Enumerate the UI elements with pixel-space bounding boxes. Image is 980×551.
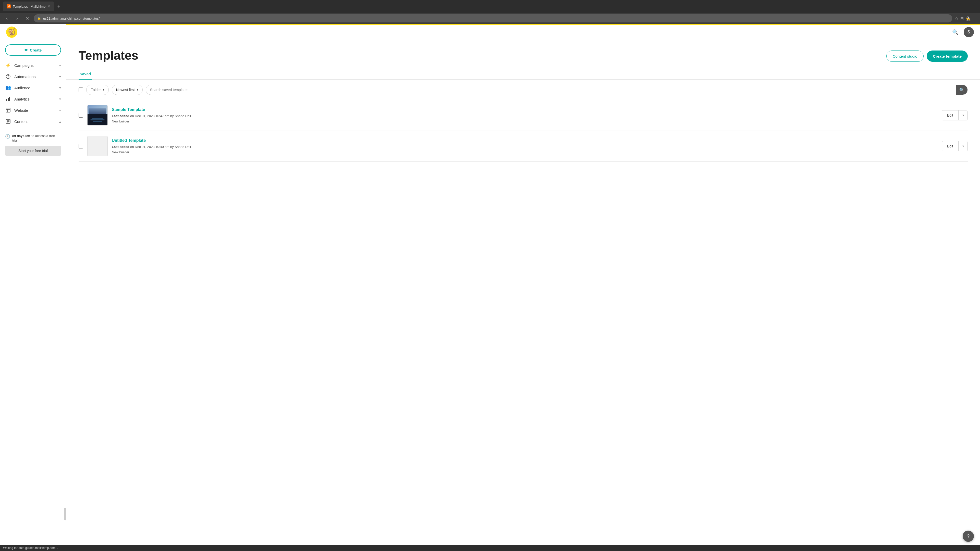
search-icon[interactable]: 🔍 [952,29,959,35]
user-avatar[interactable]: S [964,27,974,37]
sidebar-item-analytics[interactable]: Analytics ▾ [0,94,66,105]
browser-nav-actions: ☆ ⊞ 🕵 ⋮ [955,16,977,21]
folder-label: Folder [91,88,101,92]
url-text: us21.admin.mailchimp.com/templates/ [43,17,100,21]
template-meta-sample: Last edited on Dec 01, 2023 10:47 am by … [112,114,938,119]
search-button[interactable]: 🔍 [956,85,967,95]
sidebar-top: ✏ Create [0,40,66,58]
sidebar-item-label: Automations [14,75,56,79]
tab-saved[interactable]: Saved [79,68,92,79]
trial-days: 89 days left [12,134,30,138]
sidebar-item-label: Analytics [14,97,56,101]
create-template-button[interactable]: Create template [927,51,968,62]
sort-dropdown[interactable]: Newest first ▾ [112,85,143,95]
svg-rect-1 [6,99,7,101]
sidebar-item-audience[interactable]: 👥 Audience ▾ [0,82,66,94]
pencil-icon: ✏ [24,48,28,52]
logo-face-icon: 🐒 [8,28,16,36]
create-button[interactable]: ✏ Create [5,44,61,56]
mailchimp-logo[interactable]: 🐒 [6,27,18,38]
new-tab-button[interactable]: + [57,3,60,10]
sidebar-item-content[interactable]: Content ▴ [0,116,66,127]
extension-icon[interactable]: ⊞ [960,16,964,21]
nav-items: ⚡ Campaigns ▾ Automations ▾ [0,58,66,129]
last-edited-label: Last edited [112,145,129,149]
folder-dropdown[interactable]: Folder ▾ [86,85,109,95]
loading-bar [66,24,980,25]
template-name-untitled[interactable]: Untitled Template [112,138,938,143]
content-studio-button[interactable]: Content studio [886,51,924,62]
start-trial-button[interactable]: Start your free trial [5,146,61,156]
sidebar-wrapper: 🐒 ✏ Create ⚡ Campaigns ▾ [0,24,66,551]
search-input[interactable] [146,88,956,92]
forward-button[interactable]: › [13,14,21,22]
sidebar-item-label: Website [14,108,56,113]
main-topbar: 🔍 S [66,24,980,40]
back-button[interactable]: ‹ [3,14,11,22]
template-name-sample[interactable]: Sample Template [112,107,938,112]
tab-saved-label: Saved [80,72,91,76]
sidebar-bottom: 🕐 89 days left to access a free trial. S… [0,129,66,160]
trial-clock-icon: 🕐 [5,134,10,139]
filters-bar: Folder ▾ Newest first ▾ 🔍 [66,79,980,100]
status-text: Waiting for data.guides.mailchimp.com... [3,546,58,550]
edit-button-sample[interactable]: Edit [942,110,958,120]
browser-menu-icon[interactable]: ⋮ [973,16,977,21]
blank-thumbnail [88,136,107,156]
dropdown-chevron-icon: ▾ [963,144,964,148]
svg-rect-3 [9,97,10,101]
close-tab-icon[interactable]: ✕ [48,4,51,8]
sidebar-item-label: Content [14,119,56,124]
table-row: Untitled Template Last edited on Dec 01,… [79,131,968,162]
sidebar-scroll-handle[interactable] [64,508,66,520]
help-icon: ? [967,534,969,539]
app-container: M Templates | Mailchimp ✕ + ‹ › ✕ 🔒 us21… [0,0,980,551]
automations-icon [5,73,11,79]
campaigns-icon: ⚡ [5,62,11,68]
template-info-untitled: Untitled Template Last edited on Dec 01,… [112,138,938,154]
template-search-bar[interactable]: 🔍 [146,85,968,95]
sidebar-item-website[interactable]: Website ▾ [0,105,66,116]
edit-dropdown-untitled[interactable]: ▾ [958,141,967,151]
svg-rect-4 [6,108,10,112]
app-topbar: 🐒 [0,24,66,40]
template-builder-sample: New builder [112,119,938,123]
user-initial: S [967,30,970,35]
table-row: Sample Template Last edited on Dec 01, 2… [79,100,968,131]
template-thumbnail-sample [87,105,108,125]
create-template-label: Create template [933,54,962,59]
sidebar-item-campaigns[interactable]: ⚡ Campaigns ▾ [0,60,66,71]
sort-chevron-icon: ▾ [137,88,138,92]
main-content: 🔍 S Templates Content studio Create temp… [66,24,980,551]
tab-favicon: M [6,4,11,8]
template-info-sample: Sample Template Last edited on Dec 01, 2… [112,107,938,124]
analytics-icon [5,96,11,102]
help-button[interactable]: ? [963,530,974,542]
incognito-icon[interactable]: 🕵 [966,16,971,21]
start-trial-label: Start your free trial [18,149,48,153]
sidebar-item-automations[interactable]: Automations ▾ [0,71,66,82]
select-all-checkbox[interactable] [79,87,83,92]
template-meta-untitled: Last edited on Dec 01, 2023 10:40 am by … [112,144,938,149]
folder-chevron-icon: ▾ [103,88,104,92]
search-submit-icon: 🔍 [959,87,964,92]
edit-dropdown-sample[interactable]: ▾ [958,110,967,120]
reload-button[interactable]: ✕ [24,14,31,22]
template-checkbox-sample[interactable] [79,113,83,118]
sort-label: Newest first [116,88,135,92]
template-builder-untitled: New builder [112,150,938,154]
browser-tab[interactable]: M Templates | Mailchimp ✕ [3,2,54,11]
lock-icon: 🔒 [37,17,41,20]
website-icon [5,107,11,113]
browser-nav: ‹ › ✕ 🔒 us21.admin.mailchimp.com/templat… [0,13,980,24]
address-bar[interactable]: 🔒 us21.admin.mailchimp.com/templates/ [34,14,952,22]
svg-rect-2 [8,98,9,101]
create-label: Create [30,48,42,52]
bookmark-icon[interactable]: ☆ [955,16,958,21]
edit-button-untitled[interactable]: Edit [942,141,958,151]
sidebar-item-label: Campaigns [14,63,56,68]
chevron-down-icon: ▾ [59,97,61,101]
template-checkbox-untitled[interactable] [79,144,83,148]
edit-btn-group-sample: Edit ▾ [942,110,968,121]
last-edited-date: on Dec 01, 2023 10:40 am by Shane Deli [130,145,191,149]
